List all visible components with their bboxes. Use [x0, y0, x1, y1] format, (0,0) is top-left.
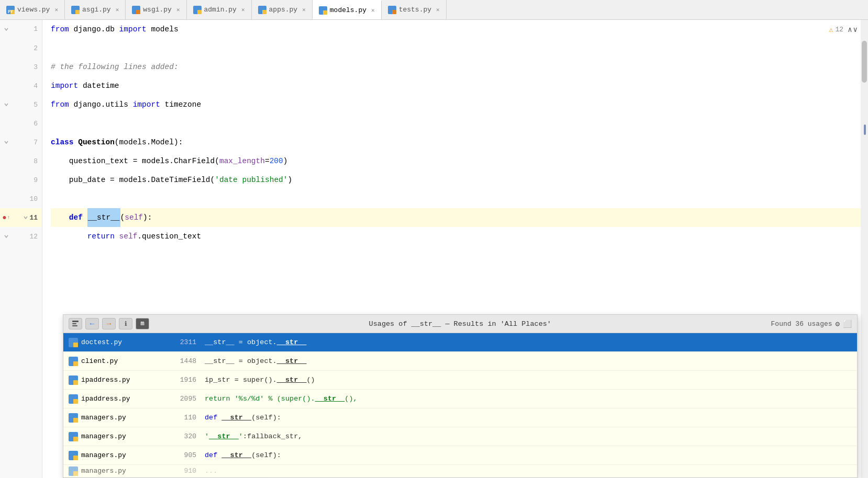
- keyword-class: class: [51, 133, 74, 152]
- warning-bar: ⚠ 12 ∧ ∨: [829, 25, 858, 34]
- tab-label: apps.py: [269, 6, 298, 14]
- up-arrow-icon: ↑: [7, 215, 10, 221]
- collapse-button[interactable]: [69, 318, 82, 329]
- code-line-5: from django.utils import timezone: [51, 95, 868, 114]
- tab-icon-models: [319, 6, 327, 15]
- gutter-fold-1[interactable]: [0, 27, 13, 32]
- info-icon: ℹ: [125, 320, 127, 328]
- close-icon[interactable]: ✕: [371, 7, 375, 14]
- settings-icon[interactable]: ⚙: [836, 320, 840, 328]
- gutter-fold-7[interactable]: [0, 140, 13, 145]
- svg-rect-19: [73, 343, 78, 347]
- string-date-published: 'date published': [215, 170, 287, 189]
- line-number-7: 7: [13, 139, 42, 146]
- line-number-3: 3: [13, 63, 42, 71]
- file-icon-ipaddress-2: [69, 394, 78, 404]
- mode-button[interactable]: m: [136, 318, 149, 329]
- tab-icon-tests: [388, 6, 396, 14]
- info-button[interactable]: ℹ: [119, 318, 132, 329]
- file-icon-managers-2: [69, 432, 78, 441]
- line-num-partial: 910: [165, 467, 196, 475]
- usage-code-managers-2: '__str__':fallback_str,: [205, 433, 852, 440]
- close-icon[interactable]: ✕: [54, 6, 58, 13]
- usage-row-client[interactable]: client.py 1448 __str__ = object.__str__: [63, 352, 857, 371]
- keyword-import-4: import: [51, 76, 78, 95]
- back-arrow-icon: ←: [90, 320, 94, 328]
- line-num-ipaddress-2: 2095: [165, 395, 196, 403]
- tab-icon-admin: [193, 6, 202, 14]
- tab-views-py[interactable]: py views.py ✕: [0, 0, 65, 20]
- svg-rect-25: [73, 399, 78, 404]
- editor-container: ⚠ 12 ∧ ∨ 1 2: [0, 20, 868, 478]
- usage-row-partial[interactable]: managers.py 910 ...: [63, 465, 857, 477]
- close-icon[interactable]: ✕: [116, 6, 119, 13]
- warning-count: 12: [836, 26, 844, 33]
- back-button[interactable]: ←: [85, 318, 99, 329]
- gutter-fold-5[interactable]: [0, 102, 13, 107]
- filename-managers-1: managers.py: [81, 414, 165, 422]
- tab-models-py[interactable]: models.py ✕: [313, 0, 382, 20]
- tab-admin-py[interactable]: admin.py ✕: [187, 0, 252, 20]
- number-200: 200: [270, 152, 283, 170]
- tab-asgi-py[interactable]: asgi.py ✕: [65, 0, 126, 20]
- line-number-1: 1: [13, 20, 42, 39]
- debug-dot-icon[interactable]: ●: [2, 213, 6, 222]
- usage-row-managers-1[interactable]: managers.py 110 def __str__(self):: [63, 408, 857, 427]
- tab-label: models.py: [330, 6, 366, 14]
- filename-client: client.py: [81, 357, 165, 365]
- line-number-9: 9: [13, 176, 42, 184]
- svg-rect-15: [72, 321, 79, 322]
- usage-code-ipaddress-2: return '%s/%d' % (super().__str__(),: [205, 395, 852, 403]
- svg-rect-12: [323, 10, 327, 15]
- filename-partial: managers.py: [81, 467, 165, 475]
- svg-rect-17: [72, 325, 77, 326]
- usage-row-ipaddress-1[interactable]: ipaddress.py 1916 ip_str = super().__str…: [63, 371, 857, 390]
- nav-down-arrow[interactable]: ∨: [853, 25, 858, 34]
- line-number-5: 5: [13, 101, 42, 109]
- line-num-managers-1: 110: [165, 414, 196, 422]
- gutter-fold-12[interactable]: [0, 234, 13, 239]
- code-line-11: def __str__ ( self ):: [51, 208, 868, 227]
- file-icon-managers-3: [69, 451, 78, 460]
- close-icon[interactable]: ✕: [302, 6, 306, 13]
- usage-row-managers-2[interactable]: managers.py 320 '__str__':fallback_str,: [63, 427, 857, 446]
- warning-icon: ⚠: [829, 25, 833, 34]
- code-line-2: [51, 39, 868, 58]
- code-line-1: from django.db import models: [51, 20, 868, 39]
- code-line-6: [51, 114, 868, 133]
- filename-doctest: doctest.py: [81, 338, 165, 346]
- filename-ipaddress-1: ipaddress.py: [81, 376, 165, 384]
- usage-row-ipaddress-2[interactable]: ipaddress.py 2095 return '%s/%d' % (supe…: [63, 390, 857, 408]
- close-icon[interactable]: ✕: [241, 6, 245, 13]
- keyword-def: def: [69, 208, 83, 227]
- tab-apps-py[interactable]: apps.py ✕: [252, 0, 313, 20]
- svg-rect-8: [197, 10, 202, 14]
- scrollbar-track: [861, 20, 868, 478]
- tab-icon-asgi: [71, 6, 80, 14]
- keyword-from: from: [51, 20, 69, 39]
- usages-header: ← → ℹ m Usages of __str__ — Results in '…: [63, 315, 857, 333]
- usage-code-client: __str__ = object.__str__: [205, 357, 852, 365]
- scrollbar-thumb[interactable]: [862, 41, 867, 83]
- tab-label: views.py: [17, 6, 50, 14]
- code-line-10: [51, 189, 868, 208]
- close-icon[interactable]: ✕: [176, 6, 180, 13]
- close-icon[interactable]: ✕: [436, 6, 440, 13]
- tab-wsgi-py[interactable]: wsgi.py ✕: [126, 0, 186, 20]
- usage-row-doctest[interactable]: doctest.py 2311 __str__ = object.__str__: [63, 333, 857, 352]
- nav-up-arrow[interactable]: ∧: [848, 25, 852, 34]
- line-num-ipaddress-1: 1916: [165, 376, 196, 384]
- file-icon-ipaddress-1: [69, 375, 78, 385]
- line-num-managers-2: 320: [165, 433, 196, 440]
- line-number-8: 8: [13, 157, 42, 165]
- expand-icon[interactable]: ⬜: [843, 320, 852, 328]
- usages-title: Usages of __str__ — Results in 'All Plac…: [152, 320, 768, 328]
- nav-arrows: ∧ ∨: [848, 25, 858, 34]
- code-line-12: return self .question_text: [51, 227, 868, 246]
- usages-count: Found 36 usages: [771, 320, 832, 328]
- tab-tests-py[interactable]: tests.py ✕: [382, 0, 447, 20]
- forward-button[interactable]: →: [102, 318, 116, 329]
- svg-rect-21: [73, 361, 78, 366]
- usage-row-managers-3[interactable]: managers.py 905 def __str__(self):: [63, 446, 857, 465]
- usages-popup: ← → ℹ m Usages of __str__ — Results in '…: [63, 314, 858, 478]
